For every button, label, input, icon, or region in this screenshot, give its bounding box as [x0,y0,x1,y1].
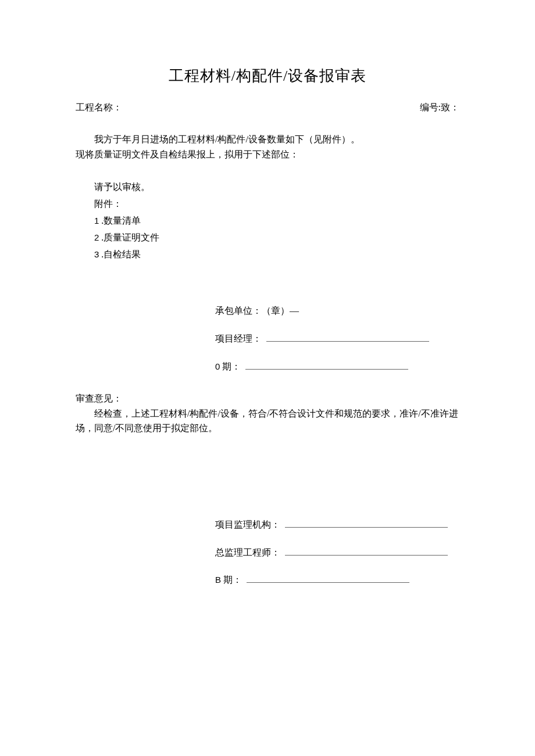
attachment-item: 2 .质量证明文件 [94,230,459,246]
item-text: .自检结果 [99,249,141,259]
item-text: .质量证明文件 [99,232,159,242]
date-label-2: B 期： [215,572,242,587]
contractor-line: 承包单位：（章）— [215,303,459,318]
opinion-heading: 审查意见： [76,391,459,406]
eng-underline [285,546,448,556]
opinion-section: 审查意见： 经检查，上述工程材料/构配件/设备，符合/不符合设计文件和规范的要求… [76,391,459,436]
body-text: 我方于年月日进场的工程材料/构配件/设备数量如下（见附件）。 现将质量证明文件及… [76,132,459,162]
review-request: 请予以审核。 [94,179,459,196]
date-underline-2 [247,574,409,583]
document-title: 工程材料/构配件/设备报审表 [76,64,459,88]
pm-label: 项目经理： [215,331,262,346]
pm-underline [266,332,429,342]
supervision-org-line: 项目监理机构： [215,517,459,532]
body-line-1: 我方于年月日进场的工程材料/构配件/设备数量如下（见附件）。 [76,132,459,147]
date-line-1: 0 期： [215,359,459,374]
contractor-signature-block: 承包单位：（章）— 项目经理： 0 期： [76,303,459,374]
header-row: 工程名称： 编号:致： [76,100,459,115]
attachment-section: 请予以审核。 附件： 1 .数量清单 2 .质量证明文件 3 .自检结果 [76,179,459,263]
date-line-2: B 期： [215,572,459,587]
date-underline-1 [245,360,408,370]
attachment-item: 1 .数量清单 [94,213,459,230]
contractor-label: 承包单位：（章）— [215,303,299,318]
attachment-item: 3 .自检结果 [94,246,459,263]
item-text: .数量清单 [99,216,141,225]
date-label-1: 0 期： [215,359,241,374]
opinion-text: 经检查，上述工程材料/构配件/设备，符合/不符合设计文件和规范的要求，准许/不准… [76,406,459,436]
chief-engineer-line: 总监理工程师： [215,545,459,560]
project-manager-line: 项目经理： [215,331,459,346]
body-line-2: 现将质量证明文件及自检结果报上，拟用于下述部位： [76,147,459,162]
org-underline [285,518,448,528]
eng-label: 总监理工程师： [215,545,280,560]
org-label: 项目监理机构： [215,517,280,532]
project-name-label: 工程名称： [76,100,122,115]
attachment-label: 附件： [94,196,459,213]
serial-label: 编号:致： [420,100,459,115]
supervisor-signature-block: 项目监理机构： 总监理工程师： B 期： [76,517,459,587]
